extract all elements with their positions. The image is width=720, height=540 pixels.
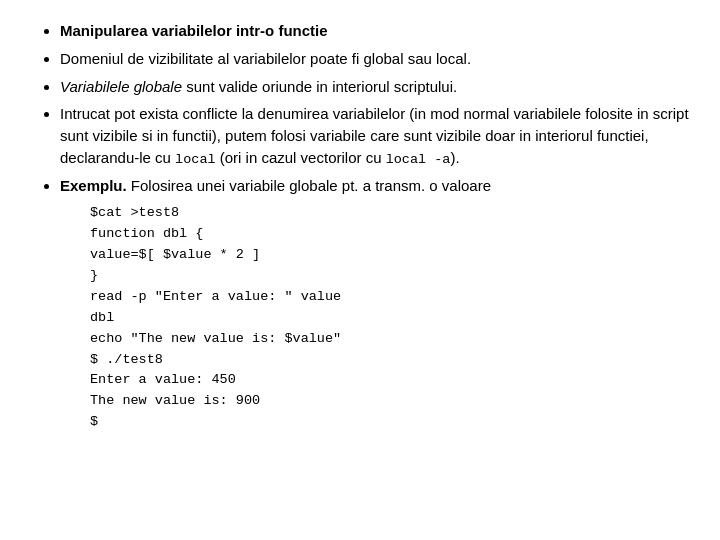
main-content: Manipularea variabilelor intr-o functie … <box>30 20 690 433</box>
list-item-1: Manipularea variabilelor intr-o functie <box>60 20 690 42</box>
exemplu-label-bold: Exemplu. <box>60 177 127 194</box>
bullet3-rest: sunt valide oriunde in interiorul script… <box>182 78 457 95</box>
bullet2-text: Domeniul de vizibilitate al variabilelor… <box>60 50 471 67</box>
bullet3-italic: Variabilele globale <box>60 78 182 95</box>
list-item-2: Domeniul de vizibilitate al variabilelor… <box>60 48 690 70</box>
bullet4-mono2: local -a <box>386 152 451 167</box>
bullet4-mono1: local <box>175 152 216 167</box>
list-item-exemplu: Exemplu. Folosirea unei variabile global… <box>60 175 690 433</box>
list-item-4: Intrucat pot exista conflicte la denumir… <box>60 103 690 169</box>
bullet4-text3: ). <box>450 149 459 166</box>
bullet-list: Manipularea variabilelor intr-o functie … <box>30 20 690 433</box>
list-item-3: Variabilele globale sunt valide oriunde … <box>60 76 690 98</box>
code-block: $cat >test8 function dbl { value=$[ $val… <box>90 203 690 433</box>
exemplu-label-rest: Folosirea unei variabile globale pt. a t… <box>127 177 491 194</box>
bullet1-bold: Manipularea variabilelor intr-o functie <box>60 22 328 39</box>
bullet4-text2: (ori in cazul vectorilor cu <box>216 149 386 166</box>
